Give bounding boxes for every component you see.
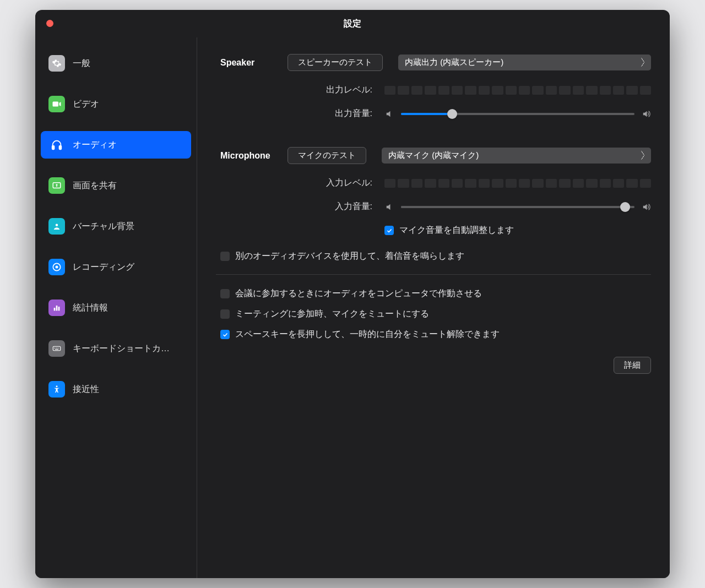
sidebar-item-video[interactable]: ビデオ <box>41 90 191 118</box>
svg-rect-9 <box>53 346 61 351</box>
separate-ring-device-checkbox[interactable]: 別のオーディオデバイスを使用して、着信音を鳴らします <box>220 251 651 262</box>
sidebar-item-accessibility[interactable]: 接近性 <box>41 375 191 403</box>
window-title: 設定 <box>344 18 361 30</box>
statistics-icon <box>48 300 65 316</box>
separate-ring-device-label: 別のオーディオデバイスを使用して、着信音を鳴らします <box>235 251 464 262</box>
virtual-background-icon <box>48 218 65 235</box>
sidebar: 一般 ビデオ オーディオ 画面を共有 <box>35 37 197 578</box>
speaker-device-value: 内蔵出力 (内蔵スピーカー) <box>405 57 503 67</box>
auto-join-audio-checkbox[interactable]: 会議に参加するときにオーディオをコンピュータで作動させる <box>220 288 651 300</box>
checkbox-icon <box>384 226 394 235</box>
svg-point-12 <box>58 348 59 349</box>
svg-rect-6 <box>54 308 56 311</box>
svg-point-3 <box>56 224 58 227</box>
input-volume-slider[interactable] <box>401 203 634 211</box>
svg-point-10 <box>55 348 56 349</box>
checkbox-icon <box>220 289 230 298</box>
microphone-device-value: 内蔵マイク (内蔵マイク) <box>388 150 479 160</box>
checkbox-icon <box>220 252 230 261</box>
sidebar-item-share-screen[interactable]: 画面を共有 <box>41 172 191 199</box>
microphone-section: Microphone マイクのテスト 内蔵マイク (内蔵マイク) 入力レベル: <box>216 147 651 236</box>
microphone-device-select[interactable]: 内蔵マイク (内蔵マイク) <box>382 148 651 164</box>
sidebar-item-label: 接近性 <box>73 384 99 395</box>
svg-rect-0 <box>52 146 55 149</box>
space-unmute-label: スペースキーを長押しして、一時的に自分をミュート解除できます <box>235 329 500 340</box>
sidebar-item-recording[interactable]: レコーディング <box>41 253 191 281</box>
test-microphone-button[interactable]: マイクのテスト <box>288 147 366 164</box>
speaker-section: Speaker スピーカーのテスト 内蔵出力 (内蔵スピーカー) 出力レベル: <box>216 54 651 119</box>
svg-rect-8 <box>58 307 60 311</box>
svg-point-11 <box>56 348 57 349</box>
sidebar-item-general[interactable]: 一般 <box>41 50 191 77</box>
sidebar-item-label: 一般 <box>73 58 90 69</box>
input-level-meter <box>384 179 651 188</box>
output-level-label: 出力レベル: <box>216 84 384 96</box>
sidebar-item-label: ビデオ <box>73 99 99 110</box>
volume-low-icon <box>384 109 394 119</box>
checkbox-icon <box>220 330 230 339</box>
input-volume-label: 入力音量: <box>216 201 384 213</box>
settings-window: 設定 一般 ビデオ オーディオ <box>35 10 670 578</box>
headphones-icon <box>48 137 65 153</box>
speaker-heading: Speaker <box>216 58 288 68</box>
input-volume-fill <box>401 206 625 208</box>
gear-icon <box>48 55 65 72</box>
output-volume-label: 出力音量: <box>216 108 384 119</box>
sidebar-item-statistics[interactable]: 統計情報 <box>41 294 191 322</box>
output-volume-thumb[interactable] <box>447 109 457 119</box>
sidebar-item-label: 画面を共有 <box>73 180 117 192</box>
mute-on-join-checkbox[interactable]: ミーティングに参加時、マイクをミュートにする <box>220 308 651 320</box>
volume-high-icon <box>641 202 651 212</box>
traffic-lights <box>46 20 53 27</box>
sidebar-item-virtual-background[interactable]: バーチャル背景 <box>41 213 191 240</box>
test-speaker-button[interactable]: スピーカーのテスト <box>288 54 383 71</box>
close-button[interactable] <box>46 20 53 27</box>
divider <box>216 274 651 275</box>
input-level-label: 入力レベル: <box>216 177 384 189</box>
video-icon <box>48 96 65 112</box>
volume-low-icon <box>384 202 394 212</box>
advanced-button[interactable]: 詳細 <box>614 357 651 374</box>
recording-icon <box>48 259 65 275</box>
keyboard-icon <box>48 340 65 357</box>
svg-point-5 <box>56 266 58 269</box>
output-level-meter <box>384 86 651 95</box>
mute-on-join-label: ミーティングに参加時、マイクをミュートにする <box>235 308 429 320</box>
sidebar-item-label: オーディオ <box>73 139 117 151</box>
sidebar-item-label: バーチャル背景 <box>73 221 134 232</box>
accessibility-icon <box>48 381 65 398</box>
output-volume-slider[interactable] <box>401 110 634 118</box>
sidebar-item-label: 統計情報 <box>73 302 108 314</box>
output-volume-fill <box>401 113 452 115</box>
svg-rect-1 <box>59 146 62 149</box>
auto-adjust-mic-label: マイク音量を自動調整します <box>399 225 514 236</box>
share-screen-icon <box>48 177 65 194</box>
volume-high-icon <box>641 109 651 119</box>
titlebar: 設定 <box>35 10 670 37</box>
sidebar-item-label: キーボードショートカ… <box>73 343 170 355</box>
input-volume-thumb[interactable] <box>620 202 630 212</box>
space-unmute-checkbox[interactable]: スペースキーを長押しして、一時的に自分をミュート解除できます <box>220 329 651 340</box>
svg-rect-13 <box>55 349 58 350</box>
microphone-heading: Microphone <box>216 151 288 161</box>
svg-point-14 <box>56 385 58 387</box>
main-panel: Speaker スピーカーのテスト 内蔵出力 (内蔵スピーカー) 出力レベル: <box>197 37 670 578</box>
sidebar-item-keyboard-shortcuts[interactable]: キーボードショートカ… <box>41 335 191 362</box>
sidebar-item-audio[interactable]: オーディオ <box>41 131 191 159</box>
auto-adjust-mic-checkbox[interactable]: マイク音量を自動調整します <box>384 225 514 236</box>
svg-rect-7 <box>56 306 58 311</box>
sidebar-item-label: レコーディング <box>73 262 134 273</box>
auto-join-audio-label: 会議に参加するときにオーディオをコンピュータで作動させる <box>235 288 482 300</box>
speaker-device-select[interactable]: 内蔵出力 (内蔵スピーカー) <box>398 55 651 70</box>
checkbox-icon <box>220 309 230 319</box>
